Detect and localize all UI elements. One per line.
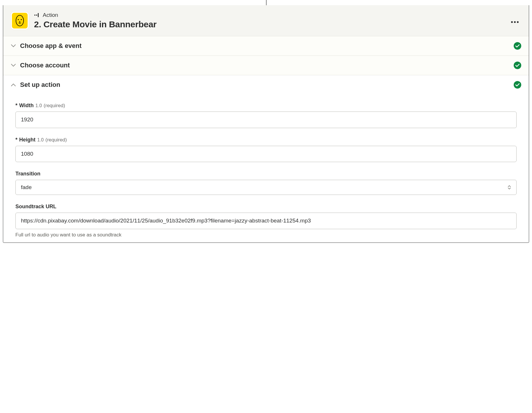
- svg-point-4: [34, 15, 35, 16]
- bannerbear-app-icon: [11, 12, 29, 30]
- action-type-icon: [34, 12, 40, 18]
- section-title: Choose app & event: [20, 42, 514, 50]
- section-title: Set up action: [20, 81, 514, 89]
- check-icon: [515, 64, 519, 67]
- form-area: * Width 1.0 (required) 1920 * Height 1.0…: [3, 94, 529, 243]
- more-options-button[interactable]: [508, 15, 521, 26]
- svg-point-0: [16, 15, 24, 26]
- width-input[interactable]: 1920: [15, 112, 517, 128]
- action-step-panel: Action 2. Create Movie in Bannerbear Cho…: [3, 5, 529, 243]
- field-label: Soundtrack URL: [15, 204, 517, 210]
- svg-point-2: [21, 19, 22, 20]
- section-title: Choose account: [20, 62, 514, 69]
- field-label: Transition: [15, 171, 517, 177]
- action-label-text: Action: [43, 12, 58, 18]
- chevron-down-icon: [11, 43, 16, 49]
- section-choose-account[interactable]: Choose account: [3, 56, 529, 75]
- field-soundtrack-url: Soundtrack URL https://cdn.pixabay.com/d…: [15, 204, 517, 238]
- field-label: * Height 1.0 (required): [15, 137, 517, 143]
- field-help-text: Full url to audio you want to use as a s…: [15, 232, 517, 238]
- status-complete-badge: [514, 81, 521, 89]
- svg-point-7: [511, 21, 513, 23]
- ellipsis-icon: [511, 21, 519, 23]
- field-width: * Width 1.0 (required) 1920: [15, 103, 517, 128]
- field-label: * Width 1.0 (required): [15, 103, 517, 109]
- section-choose-app-event[interactable]: Choose app & event: [3, 36, 529, 56]
- chevron-down-icon: [11, 63, 16, 68]
- bear-icon: [15, 15, 25, 27]
- step-title: 2. Create Movie in Bannerbear: [34, 19, 503, 29]
- select-arrows-icon: [508, 185, 511, 190]
- height-input[interactable]: 1080: [15, 146, 517, 162]
- check-icon: [515, 44, 519, 48]
- step-header: Action 2. Create Movie in Bannerbear: [3, 5, 529, 36]
- check-icon: [515, 83, 519, 87]
- status-complete-badge: [514, 42, 521, 50]
- field-transition: Transition fade: [15, 171, 517, 195]
- section-setup-action[interactable]: Set up action: [3, 75, 529, 94]
- soundtrack-url-input[interactable]: https://cdn.pixabay.com/download/audio/2…: [15, 213, 517, 229]
- svg-rect-6: [38, 13, 39, 17]
- svg-point-1: [18, 19, 19, 20]
- step-type-label: Action: [34, 12, 503, 18]
- svg-point-8: [514, 21, 516, 23]
- svg-point-9: [517, 21, 519, 23]
- transition-select[interactable]: fade: [15, 180, 517, 195]
- status-complete-badge: [514, 62, 521, 69]
- chevron-up-icon: [11, 82, 16, 87]
- svg-point-5: [36, 15, 37, 16]
- field-height: * Height 1.0 (required) 1080: [15, 137, 517, 162]
